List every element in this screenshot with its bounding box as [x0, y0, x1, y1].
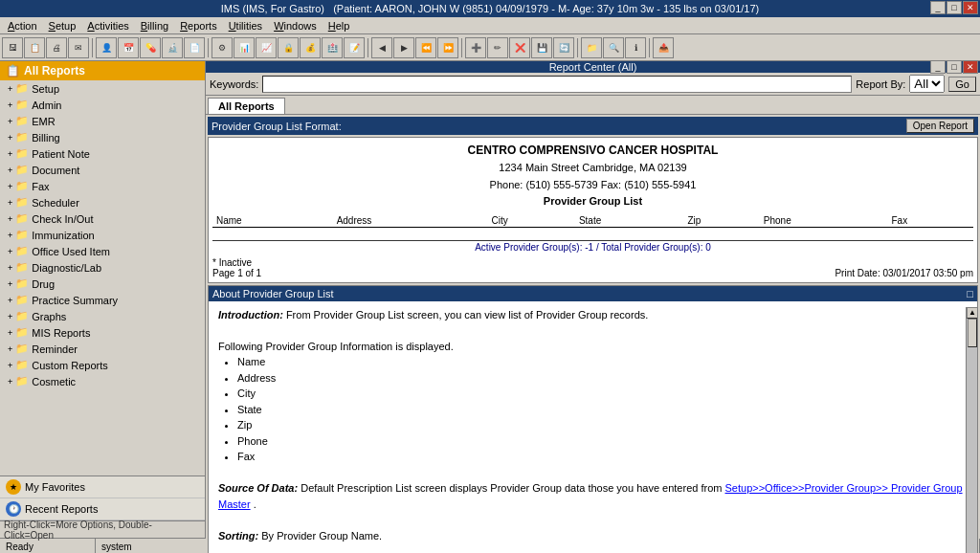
rc-minimize-btn[interactable]: _	[930, 60, 946, 74]
sidebar-label: Immunization	[32, 230, 94, 241]
toolbar-btn-7[interactable]: 💊	[140, 37, 161, 58]
sidebar-item-diagnostic[interactable]: + 📁 Diagnostic/Lab	[0, 259, 205, 276]
sidebar-item-checkinout[interactable]: + 📁 Check In/Out	[0, 210, 205, 227]
sidebar-item-emr[interactable]: + 📁 EMR	[0, 113, 205, 129]
toolbar-btn-20[interactable]: ⏩	[437, 37, 458, 58]
menu-billing[interactable]: Billing	[135, 19, 174, 33]
menu-reports[interactable]: Reports	[174, 19, 223, 33]
rc-close-btn[interactable]: ✕	[963, 60, 978, 74]
go-button[interactable]: Go	[948, 77, 976, 92]
toolbar-btn-29[interactable]: 📤	[653, 37, 674, 58]
following-text: Following Provider Group Information is …	[218, 339, 968, 355]
tab-all-reports[interactable]: All Reports	[208, 98, 285, 114]
toolbar-btn-4[interactable]: ✉	[68, 37, 89, 58]
report-format-label: Provider Group List Format:	[212, 121, 342, 132]
sidebar-item-patient-note[interactable]: + 📁 Patient Note	[0, 145, 205, 162]
scroll-track[interactable]	[967, 319, 977, 553]
toolbar-btn-23[interactable]: ❌	[509, 37, 530, 58]
toolbar-btn-19[interactable]: ⏪	[415, 37, 436, 58]
sidebar-item-billing[interactable]: + 📁 Billing	[0, 129, 205, 145]
expand-icon: +	[8, 231, 12, 240]
menu-action[interactable]: Action	[2, 19, 43, 33]
intro-paragraph: Introduction: From Provider Group List s…	[218, 307, 968, 323]
menu-utilities[interactable]: Utilities	[223, 19, 268, 33]
toolbar-btn-3[interactable]: 🖨	[46, 37, 67, 58]
sidebar-item-office-used[interactable]: + 📁 Office Used Item	[0, 243, 205, 259]
sidebar-title: All Reports	[24, 64, 85, 77]
toolbar-btn-16[interactable]: 📝	[344, 37, 365, 58]
toolbar-btn-12[interactable]: 📈	[256, 37, 277, 58]
sidebar-item-reminder[interactable]: + 📁 Reminder	[0, 341, 205, 357]
app-title: IMS (IMS, For Gastro)	[221, 3, 324, 14]
toolbar-btn-11[interactable]: 📊	[234, 37, 255, 58]
expand-icon: +	[8, 166, 12, 175]
toolbar-btn-26[interactable]: 📁	[581, 37, 602, 58]
sidebar-label: Diagnostic/Lab	[32, 262, 101, 274]
sidebar-item-cosmetic[interactable]: + 📁 Cosmetic	[0, 373, 205, 389]
toolbar-btn-13[interactable]: 🔒	[278, 37, 299, 58]
folder-icon: 📁	[15, 99, 29, 111]
toolbar-btn-15[interactable]: 🏥	[322, 37, 343, 58]
menu-setup[interactable]: Setup	[43, 19, 82, 33]
toolbar-btn-8[interactable]: 🔬	[162, 37, 183, 58]
keywords-input[interactable]	[262, 76, 852, 93]
toolbar-btn-27[interactable]: 🔍	[603, 37, 624, 58]
page-info: Page 1 of 1 Print Date: 03/01/2017 03:50…	[212, 268, 973, 278]
scroll-thumb[interactable]	[968, 319, 977, 347]
toolbar-btn-6[interactable]: 📅	[118, 37, 139, 58]
maximize-btn[interactable]: □	[947, 1, 962, 14]
separator-1	[92, 38, 93, 57]
toolbar-btn-28[interactable]: ℹ	[625, 37, 646, 58]
menu-help[interactable]: Help	[323, 19, 356, 33]
sidebar-item-scheduler[interactable]: + 📁 Scheduler	[0, 194, 205, 210]
open-report-button[interactable]: Open Report	[906, 119, 974, 133]
sidebar-item-immunization[interactable]: + 📁 Immunization	[0, 227, 205, 243]
menu-activities[interactable]: Activities	[81, 19, 134, 33]
sidebar-item-document[interactable]: + 📁 Document	[0, 162, 205, 178]
rc-body: Provider Group List Format: Open Report …	[206, 115, 980, 553]
sidebar-label: Drug	[32, 278, 55, 290]
my-favorites-item[interactable]: ★ My Favorites	[0, 476, 205, 498]
close-btn[interactable]: ✕	[963, 1, 978, 14]
toolbar-btn-1[interactable]: 🖫	[2, 37, 23, 58]
source-text: Default Prescription List screen display…	[301, 482, 724, 494]
sidebar-item-graphs[interactable]: + 📁 Graphs	[0, 308, 205, 324]
toolbar-btn-21[interactable]: ➕	[465, 37, 486, 58]
folder-icon: 📁	[15, 294, 29, 306]
sorting-text: By Provider Group Name.	[261, 530, 382, 542]
recent-reports-item[interactable]: 🕐 Recent Reports	[0, 498, 205, 520]
expand-icon: +	[8, 133, 12, 143]
toolbar-btn-9[interactable]: 📄	[184, 37, 205, 58]
scroll-up-arrow[interactable]: ▲	[967, 307, 978, 319]
toolbar-btn-25[interactable]: 🔄	[553, 37, 574, 58]
toolbar-btn-18[interactable]: ▶	[393, 37, 414, 58]
sidebar-label: EMR	[32, 116, 55, 127]
sidebar-label: Scheduler	[32, 197, 79, 209]
about-expand-icon: □	[967, 288, 973, 299]
toolbar-btn-24[interactable]: 💾	[531, 37, 552, 58]
sidebar-item-admin[interactable]: + 📁 Admin	[0, 97, 205, 113]
sidebar-item-setup[interactable]: + 📁 Setup	[0, 80, 205, 97]
sort-label: Sorting:	[218, 530, 258, 542]
sidebar-item-drug[interactable]: + 📁 Drug	[0, 276, 205, 292]
sidebar-item-fax[interactable]: + 📁 Fax	[0, 178, 205, 194]
report-by-select[interactable]: All	[909, 75, 945, 93]
toolbar-btn-2[interactable]: 📋	[24, 37, 45, 58]
toolbar-btn-17[interactable]: ◀	[371, 37, 392, 58]
minimize-btn[interactable]: _	[930, 1, 946, 14]
folder-icon: 📁	[15, 277, 29, 290]
sidebar-item-custom-reports[interactable]: + 📁 Custom Reports	[0, 357, 205, 373]
menu-windows[interactable]: Windows	[268, 19, 323, 33]
active-summary: Active Provider Group(s): -1 / Total Pro…	[212, 240, 973, 254]
toolbar-btn-22[interactable]: ✏	[487, 37, 508, 58]
rc-maximize-btn[interactable]: □	[947, 60, 962, 74]
sidebar-item-practice-summary[interactable]: + 📁 Practice Summary	[0, 292, 205, 308]
toolbar-btn-5[interactable]: 👤	[96, 37, 117, 58]
sidebar-item-mis-reports[interactable]: + 📁 MIS Reports	[0, 324, 205, 341]
folder-icon: 📁	[15, 343, 29, 355]
recent-icon: 🕐	[6, 501, 21, 517]
toolbar-btn-14[interactable]: 💰	[300, 37, 321, 58]
toolbar-btn-10[interactable]: ⚙	[212, 37, 233, 58]
main-area: 📋 All Reports + 📁 Setup + 📁 Admin + 📁 EM…	[0, 61, 980, 538]
sidebar: 📋 All Reports + 📁 Setup + 📁 Admin + 📁 EM…	[0, 61, 206, 538]
